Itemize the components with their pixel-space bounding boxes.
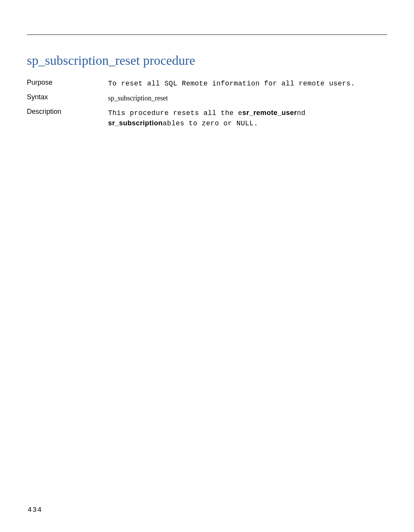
desc-bold1: sr_remote_user — [242, 109, 297, 117]
row-syntax: Syntax sp_subscription_reset — [27, 93, 387, 103]
document-page: sp_subscription_reset procedure Purpose … — [0, 0, 414, 128]
page-number: 434 — [28, 506, 42, 514]
label-description: Description — [27, 108, 108, 128]
label-purpose: Purpose — [27, 79, 108, 89]
row-description: Description This procedure resets all th… — [27, 108, 387, 128]
value-purpose: To reset all SQL Remote information for … — [108, 79, 387, 89]
value-description: This procedure resets all the esr_remote… — [108, 108, 387, 128]
label-syntax: Syntax — [27, 93, 108, 103]
desc-part1: This procedure resets all the e — [108, 109, 242, 117]
desc-part2: nd — [297, 109, 306, 117]
desc-bold2: sr_subscription — [108, 119, 163, 127]
desc-part3: ables to zero or NULL. — [163, 120, 258, 127]
horizontal-rule — [27, 34, 387, 35]
section-heading: sp_subscription_reset procedure — [27, 53, 387, 68]
value-syntax: sp_subscription_reset — [108, 93, 387, 103]
row-purpose: Purpose To reset all SQL Remote informat… — [27, 79, 387, 89]
